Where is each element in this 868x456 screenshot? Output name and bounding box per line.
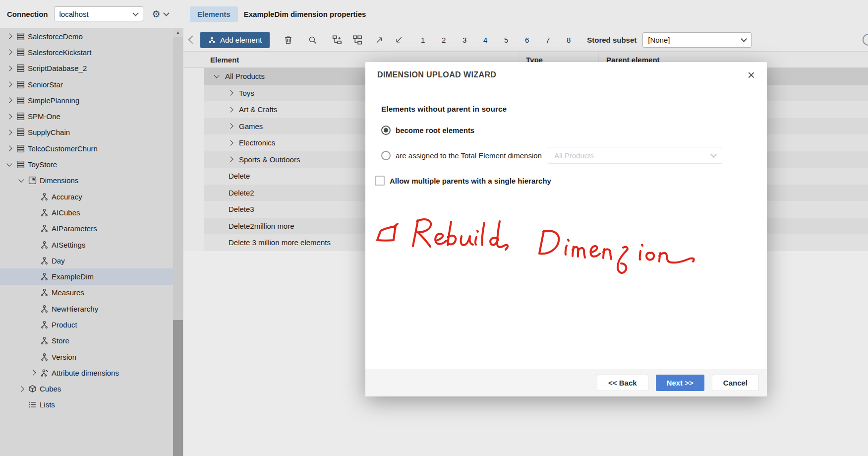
sidebar-item-store[interactable]: Store <box>0 333 173 349</box>
dimension-icon <box>39 192 50 201</box>
chevron-right-icon[interactable] <box>4 79 15 90</box>
level-button-7[interactable]: 7 <box>537 36 558 44</box>
level-button-2[interactable]: 2 <box>433 36 454 44</box>
chevron-right-icon[interactable] <box>16 384 27 394</box>
sidebar-item-simpleplanning[interactable]: SimplePlanning <box>0 92 173 108</box>
add-element-button[interactable]: Add element <box>200 32 270 48</box>
dimension-icon <box>39 272 50 281</box>
chevron-right-icon[interactable] <box>225 137 236 148</box>
chevron-right-icon[interactable] <box>28 367 39 378</box>
dimension-icon <box>39 304 50 313</box>
tab-elements[interactable]: Elements <box>190 6 238 22</box>
row-gutter <box>183 101 204 118</box>
chevron-right-icon[interactable] <box>4 31 15 42</box>
chevron-down-icon[interactable] <box>211 71 222 82</box>
sidebar-item-aiparameters[interactable]: AIParameters <box>0 221 173 237</box>
sidebar-item-label: Dimensions <box>40 176 78 185</box>
sidebar-item-label: AICubes <box>52 208 80 217</box>
radio-label: become root elements <box>396 126 474 134</box>
level-button-3[interactable]: 3 <box>454 36 475 44</box>
chevron-right-icon[interactable] <box>225 154 236 165</box>
row-gutter <box>183 134 204 151</box>
sidebar-item-product[interactable]: Product <box>0 317 173 332</box>
cancel-button[interactable]: Cancel <box>712 375 759 391</box>
scroll-up-icon[interactable]: ▲ <box>173 28 183 37</box>
total-element-select-value: All Products <box>554 151 594 160</box>
collapse-all-icon[interactable] <box>352 35 363 45</box>
level-button-6[interactable]: 6 <box>517 36 537 44</box>
tab-dimension-properties[interactable]: ExampleDim dimension properties <box>244 10 366 18</box>
row-gutter <box>183 168 204 185</box>
chevron-right-icon[interactable] <box>4 111 15 122</box>
radio-assigned-total[interactable] <box>381 151 391 160</box>
database-icon <box>15 32 26 41</box>
checkbox-label: Allow multiple parents with a single hie… <box>390 177 551 185</box>
dimension-icon <box>39 288 50 297</box>
next-button[interactable]: Next >> <box>656 375 704 391</box>
partial-circle-icon[interactable] <box>863 34 868 46</box>
chevron-right-icon[interactable] <box>225 121 236 131</box>
sidebar-item-exampledim[interactable]: ExampleDim <box>0 268 173 284</box>
sidebar-item-day[interactable]: Day <box>0 253 173 268</box>
chevron-right-icon[interactable] <box>4 63 15 74</box>
sidebar-item-scriptdatabase-2[interactable]: ScriptDatabase_2 <box>0 61 173 76</box>
sidebar-item-spm-one[interactable]: SPM-One <box>0 108 173 124</box>
level-button-4[interactable]: 4 <box>475 36 496 44</box>
sidebar-item-telcocustomerchurn[interactable]: TelcoCustomerChurn <box>0 140 173 156</box>
connection-select[interactable]: localhost <box>54 6 143 21</box>
level-button-8[interactable]: 8 <box>558 36 579 44</box>
chevron-right-icon[interactable] <box>225 104 236 115</box>
level-button-1[interactable]: 1 <box>412 36 433 44</box>
chevron-right-icon[interactable] <box>4 47 15 58</box>
sidebar-item-version[interactable]: Version <box>0 349 173 365</box>
chevron-right-icon[interactable] <box>4 127 15 138</box>
gear-icon[interactable]: ⚙ <box>152 9 161 19</box>
row-gutter <box>183 85 204 102</box>
close-icon[interactable]: × <box>748 68 755 81</box>
radio-row-assigned-total[interactable]: are assigned to the Total Element dimens… <box>381 147 751 164</box>
chevron-right-icon[interactable] <box>225 87 236 98</box>
chevron-spacer <box>16 399 27 410</box>
chevron-right-icon[interactable] <box>4 95 15 106</box>
sidebar-item-salesforcedemo[interactable]: SalesforceDemo <box>0 28 173 44</box>
stored-subset-select[interactable]: [None] <box>642 32 752 48</box>
element-label: Games <box>239 122 263 130</box>
expand-all-icon[interactable] <box>332 35 343 45</box>
sidebar-item-supplychain[interactable]: SupplyChain <box>0 125 173 140</box>
radio-row-become-root[interactable]: become root elements <box>381 126 751 135</box>
sidebar-item-cubes[interactable]: Cubes <box>0 381 173 397</box>
expand-branch-icon[interactable] <box>375 35 384 45</box>
sidebar-scrollbar[interactable]: ▲ <box>173 28 183 456</box>
sidebar-item-toystore[interactable]: ToyStore <box>0 156 173 172</box>
sidebar-item-newhierarchy[interactable]: NewHierarchy <box>0 301 173 317</box>
sidebar-item-salesforcekickstart[interactable]: SalesforceKickstart <box>0 44 173 60</box>
dimension-icon <box>39 320 50 329</box>
chevron-right-icon[interactable] <box>4 143 15 154</box>
chevron-down-icon[interactable] <box>163 10 170 16</box>
dialog-title: DIMENSION UPLOAD WIZARD <box>377 70 748 79</box>
sidebar-item-accuracy[interactable]: Accuracy <box>0 189 173 204</box>
trash-icon[interactable] <box>284 35 293 45</box>
sidebar-item-aisettings[interactable]: AISettings <box>0 237 173 253</box>
sidebar-item-dimensions[interactable]: Dimensions <box>0 173 173 189</box>
level-button-5[interactable]: 5 <box>496 36 517 44</box>
allow-multiple-parents-row[interactable]: Allow multiple parents with a single hie… <box>375 176 751 186</box>
element-label: Toys <box>239 89 254 97</box>
sidebar-item-aicubes[interactable]: AICubes <box>0 204 173 220</box>
search-icon[interactable] <box>308 35 317 45</box>
chevron-down-icon[interactable] <box>4 159 15 170</box>
sidebar-item-attribute-dimensions[interactable]: Attribute dimensions <box>0 365 173 381</box>
radio-become-root[interactable] <box>381 126 391 135</box>
sidebar-item-measures[interactable]: Measures <box>0 285 173 301</box>
connection-select-value: localhost <box>59 10 89 18</box>
sidebar-item-lists[interactable]: Lists <box>0 397 173 413</box>
total-element-select[interactable]: All Products <box>548 147 722 164</box>
back-chevron-icon[interactable] <box>188 36 197 44</box>
chevron-down-icon[interactable] <box>16 175 27 186</box>
sidebar-item-seniorstar[interactable]: SeniorStar <box>0 76 173 92</box>
collapse-branch-icon[interactable] <box>394 35 404 45</box>
allow-multiple-parents-checkbox[interactable] <box>375 176 385 186</box>
back-button[interactable]: << Back <box>597 375 648 391</box>
dialog-header: DIMENSION UPLOAD WIZARD × <box>365 62 767 88</box>
scrollbar-thumb[interactable] <box>173 320 183 456</box>
